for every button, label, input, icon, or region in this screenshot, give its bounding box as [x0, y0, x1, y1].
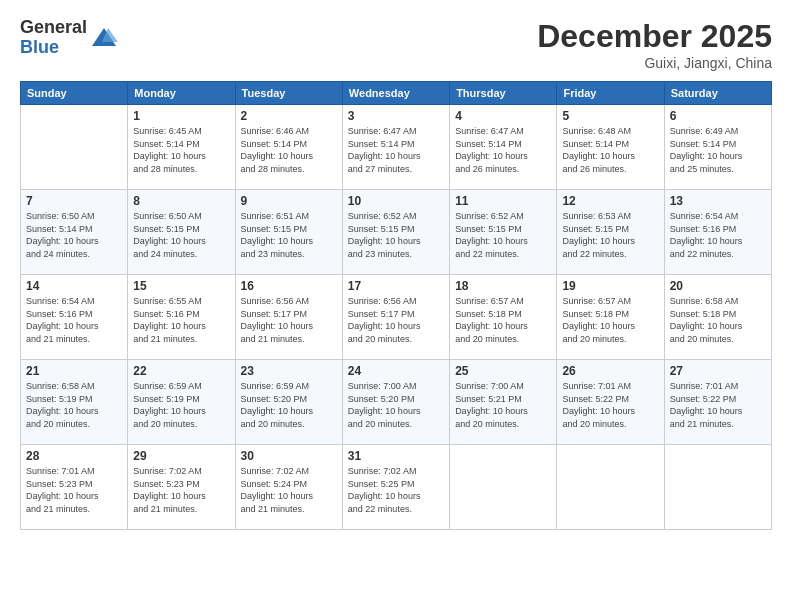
calendar-week-4: 21Sunrise: 6:58 AMSunset: 5:19 PMDayligh…: [21, 360, 772, 445]
col-wednesday: Wednesday: [342, 82, 449, 105]
table-row: 17Sunrise: 6:56 AMSunset: 5:17 PMDayligh…: [342, 275, 449, 360]
day-info: Sunrise: 6:58 AMSunset: 5:18 PMDaylight:…: [670, 295, 766, 345]
table-row: [664, 445, 771, 530]
header-row: Sunday Monday Tuesday Wednesday Thursday…: [21, 82, 772, 105]
day-number: 28: [26, 449, 122, 463]
day-info: Sunrise: 6:54 AMSunset: 5:16 PMDaylight:…: [670, 210, 766, 260]
day-number: 14: [26, 279, 122, 293]
day-number: 11: [455, 194, 551, 208]
day-number: 23: [241, 364, 337, 378]
day-info: Sunrise: 7:01 AMSunset: 5:22 PMDaylight:…: [670, 380, 766, 430]
day-number: 29: [133, 449, 229, 463]
table-row: [557, 445, 664, 530]
day-number: 5: [562, 109, 658, 123]
table-row: 22Sunrise: 6:59 AMSunset: 5:19 PMDayligh…: [128, 360, 235, 445]
page: General Blue December 2025 Guixi, Jiangx…: [0, 0, 792, 612]
table-row: 23Sunrise: 6:59 AMSunset: 5:20 PMDayligh…: [235, 360, 342, 445]
day-info: Sunrise: 6:59 AMSunset: 5:19 PMDaylight:…: [133, 380, 229, 430]
day-number: 2: [241, 109, 337, 123]
day-info: Sunrise: 6:56 AMSunset: 5:17 PMDaylight:…: [348, 295, 444, 345]
header: General Blue December 2025 Guixi, Jiangx…: [20, 18, 772, 71]
day-number: 4: [455, 109, 551, 123]
day-info: Sunrise: 7:00 AMSunset: 5:20 PMDaylight:…: [348, 380, 444, 430]
table-row: 31Sunrise: 7:02 AMSunset: 5:25 PMDayligh…: [342, 445, 449, 530]
table-row: 10Sunrise: 6:52 AMSunset: 5:15 PMDayligh…: [342, 190, 449, 275]
day-number: 9: [241, 194, 337, 208]
logo-text: General Blue: [20, 18, 87, 58]
table-row: 13Sunrise: 6:54 AMSunset: 5:16 PMDayligh…: [664, 190, 771, 275]
day-info: Sunrise: 7:01 AMSunset: 5:22 PMDaylight:…: [562, 380, 658, 430]
table-row: 7Sunrise: 6:50 AMSunset: 5:14 PMDaylight…: [21, 190, 128, 275]
calendar-table: Sunday Monday Tuesday Wednesday Thursday…: [20, 81, 772, 530]
calendar-week-3: 14Sunrise: 6:54 AMSunset: 5:16 PMDayligh…: [21, 275, 772, 360]
day-info: Sunrise: 6:59 AMSunset: 5:20 PMDaylight:…: [241, 380, 337, 430]
logo-icon: [90, 24, 118, 52]
table-row: [450, 445, 557, 530]
table-row: 18Sunrise: 6:57 AMSunset: 5:18 PMDayligh…: [450, 275, 557, 360]
day-info: Sunrise: 6:58 AMSunset: 5:19 PMDaylight:…: [26, 380, 122, 430]
table-row: 3Sunrise: 6:47 AMSunset: 5:14 PMDaylight…: [342, 105, 449, 190]
day-info: Sunrise: 6:50 AMSunset: 5:15 PMDaylight:…: [133, 210, 229, 260]
table-row: 25Sunrise: 7:00 AMSunset: 5:21 PMDayligh…: [450, 360, 557, 445]
day-info: Sunrise: 6:45 AMSunset: 5:14 PMDaylight:…: [133, 125, 229, 175]
day-info: Sunrise: 7:02 AMSunset: 5:24 PMDaylight:…: [241, 465, 337, 515]
day-info: Sunrise: 6:47 AMSunset: 5:14 PMDaylight:…: [455, 125, 551, 175]
day-info: Sunrise: 6:55 AMSunset: 5:16 PMDaylight:…: [133, 295, 229, 345]
day-number: 30: [241, 449, 337, 463]
day-info: Sunrise: 6:54 AMSunset: 5:16 PMDaylight:…: [26, 295, 122, 345]
day-number: 7: [26, 194, 122, 208]
table-row: 8Sunrise: 6:50 AMSunset: 5:15 PMDaylight…: [128, 190, 235, 275]
day-info: Sunrise: 6:48 AMSunset: 5:14 PMDaylight:…: [562, 125, 658, 175]
table-row: 12Sunrise: 6:53 AMSunset: 5:15 PMDayligh…: [557, 190, 664, 275]
table-row: 14Sunrise: 6:54 AMSunset: 5:16 PMDayligh…: [21, 275, 128, 360]
table-row: 6Sunrise: 6:49 AMSunset: 5:14 PMDaylight…: [664, 105, 771, 190]
day-number: 1: [133, 109, 229, 123]
col-friday: Friday: [557, 82, 664, 105]
day-info: Sunrise: 7:02 AMSunset: 5:23 PMDaylight:…: [133, 465, 229, 515]
table-row: 16Sunrise: 6:56 AMSunset: 5:17 PMDayligh…: [235, 275, 342, 360]
day-info: Sunrise: 6:50 AMSunset: 5:14 PMDaylight:…: [26, 210, 122, 260]
logo: General Blue: [20, 18, 118, 58]
day-number: 31: [348, 449, 444, 463]
table-row: 15Sunrise: 6:55 AMSunset: 5:16 PMDayligh…: [128, 275, 235, 360]
day-info: Sunrise: 6:57 AMSunset: 5:18 PMDaylight:…: [455, 295, 551, 345]
table-row: 24Sunrise: 7:00 AMSunset: 5:20 PMDayligh…: [342, 360, 449, 445]
col-tuesday: Tuesday: [235, 82, 342, 105]
table-row: 4Sunrise: 6:47 AMSunset: 5:14 PMDaylight…: [450, 105, 557, 190]
month-title: December 2025: [537, 18, 772, 55]
location: Guixi, Jiangxi, China: [537, 55, 772, 71]
day-info: Sunrise: 7:00 AMSunset: 5:21 PMDaylight:…: [455, 380, 551, 430]
day-number: 21: [26, 364, 122, 378]
table-row: 27Sunrise: 7:01 AMSunset: 5:22 PMDayligh…: [664, 360, 771, 445]
day-number: 24: [348, 364, 444, 378]
day-info: Sunrise: 6:53 AMSunset: 5:15 PMDaylight:…: [562, 210, 658, 260]
day-info: Sunrise: 6:46 AMSunset: 5:14 PMDaylight:…: [241, 125, 337, 175]
table-row: 29Sunrise: 7:02 AMSunset: 5:23 PMDayligh…: [128, 445, 235, 530]
table-row: [21, 105, 128, 190]
day-number: 17: [348, 279, 444, 293]
table-row: 26Sunrise: 7:01 AMSunset: 5:22 PMDayligh…: [557, 360, 664, 445]
calendar-week-5: 28Sunrise: 7:01 AMSunset: 5:23 PMDayligh…: [21, 445, 772, 530]
day-number: 6: [670, 109, 766, 123]
day-info: Sunrise: 6:57 AMSunset: 5:18 PMDaylight:…: [562, 295, 658, 345]
day-info: Sunrise: 7:01 AMSunset: 5:23 PMDaylight:…: [26, 465, 122, 515]
calendar-week-1: 1Sunrise: 6:45 AMSunset: 5:14 PMDaylight…: [21, 105, 772, 190]
title-area: December 2025 Guixi, Jiangxi, China: [537, 18, 772, 71]
day-info: Sunrise: 6:47 AMSunset: 5:14 PMDaylight:…: [348, 125, 444, 175]
table-row: 5Sunrise: 6:48 AMSunset: 5:14 PMDaylight…: [557, 105, 664, 190]
day-info: Sunrise: 6:52 AMSunset: 5:15 PMDaylight:…: [348, 210, 444, 260]
col-monday: Monday: [128, 82, 235, 105]
table-row: 9Sunrise: 6:51 AMSunset: 5:15 PMDaylight…: [235, 190, 342, 275]
table-row: 28Sunrise: 7:01 AMSunset: 5:23 PMDayligh…: [21, 445, 128, 530]
day-number: 19: [562, 279, 658, 293]
day-info: Sunrise: 6:49 AMSunset: 5:14 PMDaylight:…: [670, 125, 766, 175]
day-number: 20: [670, 279, 766, 293]
col-thursday: Thursday: [450, 82, 557, 105]
table-row: 2Sunrise: 6:46 AMSunset: 5:14 PMDaylight…: [235, 105, 342, 190]
day-number: 18: [455, 279, 551, 293]
table-row: 20Sunrise: 6:58 AMSunset: 5:18 PMDayligh…: [664, 275, 771, 360]
logo-blue: Blue: [20, 38, 87, 58]
day-number: 26: [562, 364, 658, 378]
day-number: 13: [670, 194, 766, 208]
table-row: 21Sunrise: 6:58 AMSunset: 5:19 PMDayligh…: [21, 360, 128, 445]
